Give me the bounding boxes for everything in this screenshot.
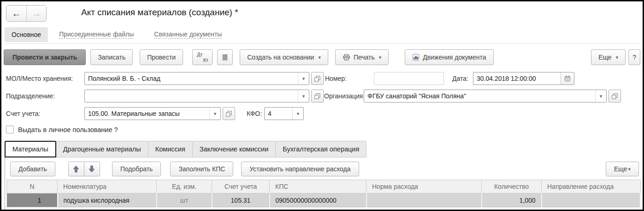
- tab-accounting-operation[interactable]: Бухгалтерская операция: [275, 141, 366, 157]
- dropdown-arrow-icon[interactable]: ▾: [298, 90, 309, 102]
- document-movements-button[interactable]: Движения документа: [405, 49, 493, 65]
- date-field: [473, 72, 574, 85]
- chevron-down-icon: ▾: [379, 54, 382, 60]
- kfo-input[interactable]: [265, 108, 292, 120]
- dropdown-arrow-icon[interactable]: ▾: [209, 108, 220, 120]
- cell-account[interactable]: 105.31: [212, 193, 270, 207]
- department-input[interactable]: [85, 90, 298, 102]
- tab-commission[interactable]: Комиссия: [148, 141, 193, 157]
- col-header-nomenclature[interactable]: Номенклатура: [58, 180, 157, 193]
- tab-commission-conclusion[interactable]: Заключение комиссии: [192, 141, 276, 157]
- fill-kps-button[interactable]: Заполнить КПС: [170, 162, 233, 176]
- department-choose-button[interactable]: [311, 90, 324, 102]
- account-input[interactable]: [85, 108, 209, 120]
- mol-label: МОЛ/Место хранения:: [6, 72, 73, 85]
- tab-materials[interactable]: Материалы: [5, 141, 56, 157]
- date-input[interactable]: [473, 72, 561, 84]
- account-choose-button[interactable]: [223, 107, 235, 120]
- materials-tab-content: Добавить Подобрать Заполнить КПС Установ…: [5, 157, 643, 210]
- document-movements-label: Движения документа: [423, 54, 486, 61]
- create-based-on-label: Создать на основании: [247, 54, 314, 61]
- choose-icon: [314, 76, 320, 82]
- personal-use-checkbox[interactable]: [6, 126, 14, 133]
- more-button[interactable]: Еще ▾: [591, 49, 626, 65]
- choose-icon: [226, 111, 232, 117]
- save-button[interactable]: Записать: [90, 49, 133, 65]
- cell-direction[interactable]: [542, 193, 641, 207]
- dropdown-arrow-icon[interactable]: ▾: [595, 90, 606, 102]
- department-field: ▾: [84, 90, 309, 102]
- nav-tab-related-documents[interactable]: Связанные документы: [154, 30, 222, 39]
- tab-precious-materials[interactable]: Драгоценные материалы: [56, 141, 148, 157]
- cell-unit[interactable]: шт: [157, 193, 212, 207]
- create-based-on-button[interactable]: Создать на основании ▾: [240, 49, 328, 65]
- tab-strip: Материалы Драгоценные материалы Комиссия…: [5, 140, 640, 157]
- register-records-button[interactable]: [217, 49, 233, 65]
- set-expense-direction-button[interactable]: Установить направление расхода: [241, 162, 359, 176]
- more-label: Еще: [598, 54, 612, 61]
- document-window: ← → Акт списания материалов (создание) *…: [0, 0, 644, 211]
- dtkt-postings-button[interactable]: Дт Кт: [192, 49, 213, 65]
- date-label: Дата:: [452, 72, 468, 85]
- col-header-direction[interactable]: Направление расхода: [542, 180, 641, 193]
- move-row-down-button[interactable]: [84, 162, 100, 176]
- arrow-up-icon: [73, 165, 79, 173]
- cell-row-number[interactable]: 1: [7, 193, 58, 207]
- choose-icon: [612, 93, 618, 99]
- number-input[interactable]: [374, 72, 444, 85]
- table-row[interactable]: 1 подушка кислородная шт 105.31 09050000…: [7, 193, 641, 207]
- page-title: Акт списания материалов (создание) *: [81, 7, 238, 18]
- nav-tab-main[interactable]: Основное: [5, 27, 48, 42]
- history-nav-group: ← →: [6, 5, 47, 22]
- materials-table: N Номенклатура Ед. изм. Счет учета КПС Н…: [6, 180, 641, 207]
- organization-input[interactable]: [364, 90, 595, 102]
- cell-norm[interactable]: [366, 193, 482, 207]
- table-header-row: N Номенклатура Ед. изм. Счет учета КПС Н…: [7, 180, 641, 193]
- kfo-field: ▾: [264, 107, 304, 120]
- organization-choose-button[interactable]: [609, 90, 621, 102]
- cell-nomenclature[interactable]: подушка кислородная: [58, 193, 157, 207]
- grid-more-label: Еще: [614, 165, 627, 173]
- col-header-quantity[interactable]: Количество: [482, 180, 542, 193]
- post-and-close-button[interactable]: Провести и закрыть: [4, 49, 86, 65]
- col-header-account[interactable]: Счет учета: [212, 180, 270, 193]
- cell-kps[interactable]: 09050000000000000: [270, 193, 366, 207]
- personal-use-label: Выдать в личное пользование ?: [18, 126, 118, 133]
- chevron-down-icon: ▾: [318, 54, 321, 60]
- department-label: Подразделение:: [6, 90, 55, 102]
- grid-toolbar: Добавить Подобрать Заполнить КПС Установ…: [5, 160, 639, 178]
- account-field: ▾: [84, 107, 221, 120]
- nav-tab-attached-files[interactable]: Присоединенные файлы: [59, 30, 134, 39]
- arrow-down-icon: [89, 165, 95, 173]
- mol-input[interactable]: [85, 72, 298, 84]
- help-button[interactable]: ?: [628, 49, 640, 65]
- post-button[interactable]: Провести: [140, 49, 183, 65]
- command-bar: Провести и закрыть Записать Провести Дт …: [4, 47, 640, 67]
- section-nav: Основное Присоединенные файлы Связанные …: [5, 25, 640, 44]
- col-header-n[interactable]: N: [7, 180, 58, 193]
- form-row-1: МОЛ/Место хранения: ▾ Номер: Дата:: [1, 72, 643, 86]
- forward-icon[interactable]: →: [26, 6, 46, 21]
- dropdown-arrow-icon[interactable]: ▾: [292, 108, 303, 120]
- number-label: Номер:: [325, 72, 347, 85]
- col-header-norm[interactable]: Норма расхода: [366, 180, 482, 193]
- organization-field: ▾: [364, 90, 607, 102]
- chevron-down-icon: ▾: [616, 54, 619, 60]
- form-row-2: Подразделение: ▾ Организация: ▾: [1, 90, 643, 103]
- grid-more-button[interactable]: Еще ▾: [606, 162, 639, 176]
- dropdown-arrow-icon[interactable]: ▾: [298, 72, 309, 84]
- register-list-icon: [221, 54, 229, 61]
- cell-quantity[interactable]: 1,000: [482, 193, 542, 207]
- back-icon[interactable]: ←: [6, 6, 26, 21]
- calendar-icon[interactable]: [561, 72, 574, 84]
- dt-label: Дт: [197, 52, 203, 57]
- pick-button[interactable]: Подобрать: [112, 162, 161, 176]
- mol-choose-button[interactable]: [311, 72, 324, 85]
- col-header-kps[interactable]: КПС: [270, 180, 366, 193]
- move-row-up-button[interactable]: [68, 162, 84, 176]
- add-row-button[interactable]: Добавить: [10, 162, 55, 176]
- printer-icon: [343, 54, 350, 61]
- print-button[interactable]: Печать ▾: [335, 49, 389, 65]
- personal-use-row: Выдать в личное пользование ?: [6, 126, 118, 133]
- col-header-unit[interactable]: Ед. изм.: [157, 180, 212, 193]
